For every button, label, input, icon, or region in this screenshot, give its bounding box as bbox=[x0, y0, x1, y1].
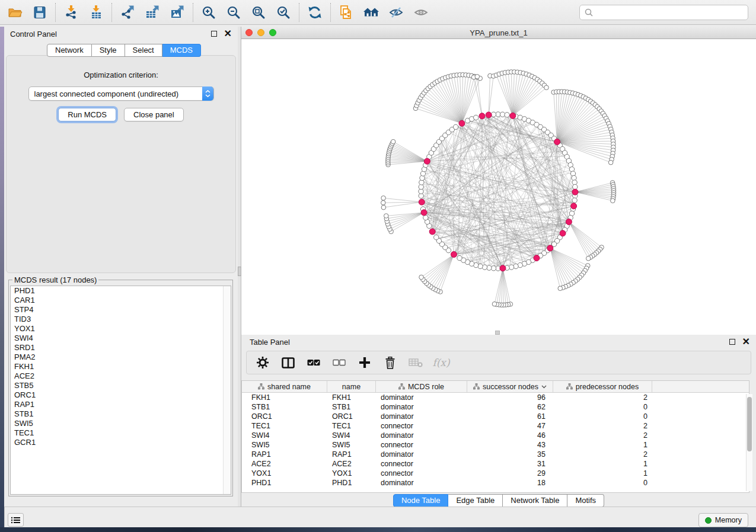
mcds-result-item[interactable]: PHD1 bbox=[11, 286, 231, 296]
mcds-result-item[interactable]: STB1 bbox=[11, 409, 231, 419]
mcds-result-item[interactable]: YOX1 bbox=[11, 324, 231, 334]
table-cell[interactable]: ORC1 bbox=[242, 412, 327, 421]
table-cell[interactable]: connector bbox=[376, 441, 467, 449]
table-cell[interactable]: ACE2 bbox=[242, 460, 327, 468]
export-network-button[interactable] bbox=[115, 2, 140, 23]
mcds-hub-node[interactable] bbox=[571, 203, 577, 209]
mcds-result-item[interactable]: STP4 bbox=[11, 305, 231, 315]
float-panel-icon[interactable] bbox=[729, 339, 735, 345]
deselect-all-columns-button[interactable] bbox=[331, 355, 347, 370]
table-scrollbar-thumb[interactable] bbox=[747, 397, 752, 451]
table-cell[interactable]: connector bbox=[376, 422, 467, 430]
table-cell[interactable]: SWI5 bbox=[242, 441, 327, 449]
table-row[interactable]: PHD1PHD1dominator180 bbox=[242, 478, 749, 488]
export-image-button[interactable] bbox=[165, 2, 190, 23]
network-node[interactable] bbox=[423, 215, 428, 220]
table-row[interactable]: ACE2ACE2connector311 bbox=[242, 459, 749, 469]
mcds-result-item[interactable]: CAR1 bbox=[11, 296, 231, 305]
add-column-button[interactable] bbox=[357, 355, 372, 370]
show-panels-list-button[interactable] bbox=[8, 513, 24, 527]
open-file-button[interactable] bbox=[2, 2, 27, 23]
table-cell[interactable]: 2 bbox=[553, 450, 652, 459]
function-builder-button[interactable]: f(x) bbox=[433, 355, 449, 370]
table-cell[interactable]: 46 bbox=[467, 431, 553, 440]
mcds-hub-node[interactable] bbox=[419, 199, 425, 205]
mcds-hub-node[interactable] bbox=[566, 219, 572, 225]
network-node[interactable] bbox=[558, 286, 563, 291]
network-canvas[interactable] bbox=[241, 39, 756, 335]
network-node[interactable] bbox=[611, 198, 615, 203]
table-cell[interactable]: RAP1 bbox=[327, 450, 376, 459]
table-row[interactable]: TEC1TEC1connector472 bbox=[242, 421, 749, 431]
copy-network-button[interactable] bbox=[334, 2, 359, 23]
table-cell[interactable]: 43 bbox=[467, 441, 553, 449]
table-scrollbar[interactable] bbox=[746, 394, 752, 491]
mcds-hub-node[interactable] bbox=[547, 245, 553, 251]
table-cell[interactable]: dominator bbox=[376, 431, 467, 440]
table-cell[interactable]: 35 bbox=[467, 450, 553, 459]
refresh-button[interactable] bbox=[302, 2, 327, 23]
delete-column-button[interactable] bbox=[382, 355, 398, 370]
network-node[interactable] bbox=[381, 200, 385, 205]
table-cell[interactable]: ACE2 bbox=[327, 460, 376, 468]
show-all-button[interactable] bbox=[409, 2, 433, 23]
export-table-button[interactable] bbox=[140, 2, 165, 23]
network-node[interactable] bbox=[384, 214, 388, 219]
mcds-hub-node[interactable] bbox=[479, 113, 485, 119]
mcds-result-item[interactable]: SWI4 bbox=[11, 334, 231, 343]
column-header-successor-nodes[interactable]: successor nodes bbox=[467, 381, 553, 392]
tab-mcds[interactable]: MCDS bbox=[162, 44, 201, 57]
table-cell[interactable]: connector bbox=[376, 469, 467, 477]
table-cell[interactable]: YOX1 bbox=[242, 469, 327, 477]
table-row[interactable]: SWI4SWI4dominator462 bbox=[242, 431, 749, 440]
tab-network-table[interactable]: Network Table bbox=[503, 494, 567, 507]
column-header-predecessor-nodes[interactable]: predecessor nodes bbox=[553, 381, 652, 392]
zoom-out-button[interactable] bbox=[221, 2, 246, 23]
table-cell[interactable]: 2 bbox=[553, 431, 652, 440]
mcds-result-item[interactable]: FKH1 bbox=[11, 362, 231, 371]
column-header-MCDS-role[interactable]: MCDS role bbox=[376, 381, 467, 392]
import-table-button[interactable] bbox=[84, 2, 109, 23]
mcds-result-item[interactable]: RAP1 bbox=[11, 400, 231, 409]
table-cell[interactable]: 96 bbox=[467, 393, 553, 402]
search-input[interactable] bbox=[596, 8, 743, 17]
table-row[interactable]: FKH1FKH1dominator962 bbox=[242, 393, 749, 402]
tab-node-table[interactable]: Node Table bbox=[393, 494, 449, 507]
mcds-result-item[interactable]: SWI5 bbox=[11, 419, 231, 428]
criterion-select[interactable]: largest connected component (undirected) bbox=[28, 86, 214, 101]
select-all-columns-button[interactable] bbox=[306, 355, 321, 370]
network-node[interactable] bbox=[391, 139, 395, 144]
mcds-hub-node[interactable] bbox=[534, 255, 540, 261]
tab-network[interactable]: Network bbox=[47, 44, 92, 57]
table-cell[interactable]: dominator bbox=[376, 479, 467, 487]
mcds-result-item[interactable]: TID3 bbox=[11, 315, 231, 324]
table-row[interactable]: ORC1ORC1dominator610 bbox=[242, 412, 749, 421]
mcds-result-item[interactable]: ORC1 bbox=[11, 390, 231, 400]
table-cell[interactable]: SWI4 bbox=[327, 431, 376, 440]
table-cell[interactable]: FKH1 bbox=[327, 393, 376, 402]
mcds-hub-node[interactable] bbox=[572, 189, 578, 195]
network-node[interactable] bbox=[608, 160, 613, 165]
network-node[interactable] bbox=[505, 113, 509, 117]
tab-edge-table[interactable]: Edge Table bbox=[448, 494, 503, 507]
mcds-hub-node[interactable] bbox=[429, 229, 435, 235]
memory-button[interactable]: Memory bbox=[698, 513, 748, 527]
mcds-hub-node[interactable] bbox=[451, 251, 457, 257]
mcds-result-item[interactable]: STB5 bbox=[11, 381, 231, 390]
network-node[interactable] bbox=[586, 256, 591, 261]
table-cell[interactable]: dominator bbox=[376, 393, 467, 402]
network-node[interactable] bbox=[419, 275, 424, 280]
zoom-in-button[interactable] bbox=[196, 2, 221, 23]
mcds-result-item[interactable]: SRD1 bbox=[11, 343, 231, 352]
table-cell[interactable]: 62 bbox=[467, 403, 553, 411]
network-node[interactable] bbox=[434, 235, 439, 239]
mcds-hub-node[interactable] bbox=[500, 265, 506, 271]
mcds-hub-node[interactable] bbox=[424, 158, 430, 164]
mcds-result-item[interactable]: GCR1 bbox=[11, 438, 231, 447]
search-box[interactable] bbox=[579, 5, 748, 20]
tab-select[interactable]: Select bbox=[125, 44, 162, 57]
table-cell[interactable]: 2 bbox=[553, 422, 652, 430]
table-cell[interactable]: connector bbox=[376, 460, 467, 468]
table-cell[interactable]: 18 bbox=[467, 479, 553, 487]
table-cell[interactable]: dominator bbox=[376, 403, 467, 411]
